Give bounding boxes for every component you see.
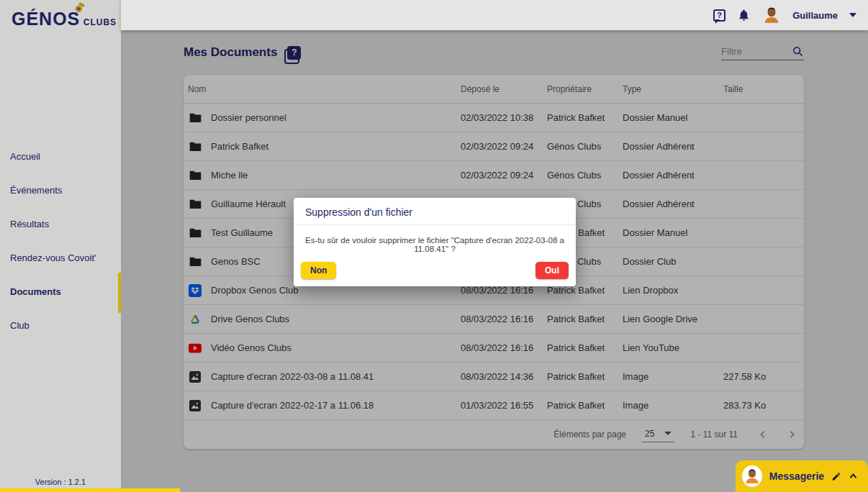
dialog-message: Es-tu sûr de vouloir supprimer le fichie… [294,225,576,253]
chevron-up-icon[interactable] [849,472,858,480]
dialog-title: Suppression d'un fichier [294,198,576,225]
backdrop-topbar [121,0,868,30]
delete-file-dialog: Suppression d'un fichier Es-tu sûr de vo… [294,198,576,286]
horizontal-scrollbar[interactable] [0,488,180,492]
confirm-button[interactable]: Oui [535,262,569,279]
cancel-button[interactable]: Non [301,262,336,279]
messagerie-bar[interactable]: Messagerie [736,460,868,492]
backdrop-sidebar [0,0,121,492]
user-avatar [742,465,762,487]
messagerie-label: Messagerie [769,470,824,482]
pencil-icon[interactable] [831,471,841,482]
